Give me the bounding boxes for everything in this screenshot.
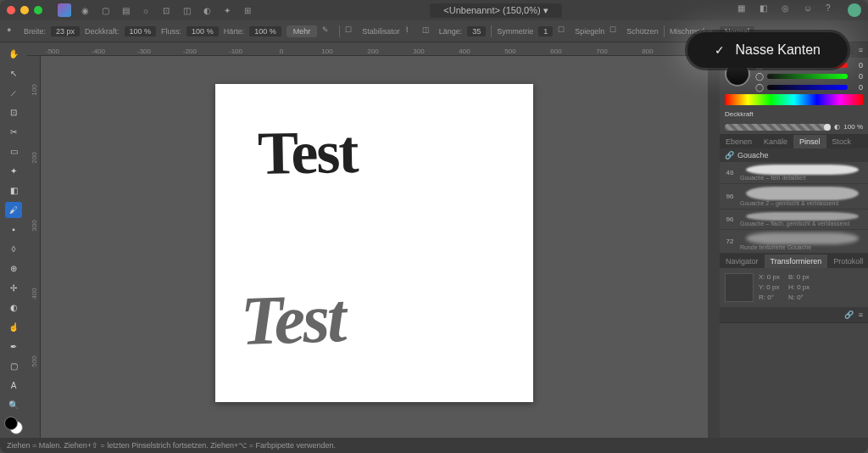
painted-text-2: Test — [239, 277, 345, 361]
minimize-window-icon[interactable] — [20, 6, 29, 14]
green-value[interactable]: 0 — [851, 72, 863, 81]
stabilizer-toggle-icon[interactable]: ☐ — [345, 25, 357, 37]
text-tool[interactable]: A — [5, 378, 22, 394]
h-value[interactable]: 0 px — [797, 283, 810, 291]
layers-icon[interactable]: ▤ — [119, 3, 132, 17]
help-icon[interactable]: ? — [826, 3, 839, 17]
fg-color-swatch[interactable] — [4, 417, 18, 430]
ruler-tick: 0 — [280, 48, 283, 55]
width-input[interactable]: 23 px — [51, 26, 80, 36]
anchor-selector[interactable] — [725, 273, 754, 302]
color-spectrum[interactable] — [725, 94, 863, 105]
tab-stock[interactable]: Stock — [826, 135, 858, 148]
symmetry-input[interactable]: 1 — [538, 26, 553, 36]
user-avatar[interactable] — [848, 3, 861, 17]
align-icon[interactable]: ◧ — [760, 3, 773, 17]
hardness-input[interactable]: 100 % — [249, 26, 281, 36]
document-title-dropdown[interactable]: <Unbenannt> (150,0%) ▾ — [430, 3, 561, 18]
link-icon: 🔗 — [725, 151, 734, 159]
select-icon[interactable]: ◫ — [180, 3, 193, 17]
canvas-viewport[interactable]: Test Test — [41, 56, 708, 438]
opacity-input[interactable]: 100 % — [125, 26, 157, 36]
w-value[interactable]: 0 px — [797, 273, 810, 281]
account-icon[interactable]: ☺ — [804, 3, 817, 17]
pixel-tool[interactable]: ▪ — [5, 221, 22, 238]
x-value[interactable]: 0 px — [767, 273, 780, 281]
grid-icon[interactable]: ⊞ — [241, 3, 254, 17]
brush-preview-icon[interactable]: ● — [7, 25, 19, 37]
length-input[interactable]: 35 — [467, 26, 486, 36]
panel-menu-icon[interactable]: ≡ — [859, 46, 863, 54]
clone-tool[interactable]: ⊕ — [5, 260, 22, 277]
titlebar: ◉ ▢ ▤ ☼ ⊡ ◫ ◐ ✦ ⊞ <Unbenannt> (150,0%) ▾… — [0, 0, 868, 20]
r-value[interactable]: 0° — [767, 294, 774, 301]
paint-brush-tool[interactable]: 🖌 — [5, 202, 22, 218]
color-picker-tool[interactable]: ⟋ — [5, 85, 22, 101]
file-icon[interactable]: ▢ — [98, 3, 112, 17]
marquee-tool[interactable]: ▭ — [5, 143, 22, 159]
tab-transform[interactable]: Transformieren — [765, 254, 828, 268]
opacity-slider[interactable] — [725, 124, 831, 131]
tab-channels[interactable]: Kanäle — [758, 135, 793, 148]
erase-tool[interactable]: ◊ — [5, 241, 22, 257]
tab-history[interactable]: Protokoll — [827, 254, 868, 268]
brush-item[interactable]: 96 Gouache 2 – gemischt & verblassend — [720, 184, 868, 210]
persona-icon[interactable]: ◉ — [78, 3, 92, 17]
brush-item[interactable]: 72 Runde texturierte Gouache — [720, 230, 868, 254]
ruler-tick: 500 — [504, 48, 515, 55]
window-mode-icon[interactable]: ◫ — [422, 25, 434, 37]
pen-tool[interactable]: ✒ — [5, 338, 22, 355]
crop-tool[interactable]: ⊡ — [5, 104, 22, 120]
selection-brush-tool[interactable]: ✂ — [5, 124, 22, 140]
maximize-window-icon[interactable] — [34, 6, 42, 14]
opacity-value[interactable]: 100 % — [843, 123, 863, 131]
crop-icon[interactable]: ⊡ — [159, 3, 173, 17]
chevron-down-icon: ▾ — [543, 5, 548, 15]
flow-input[interactable]: 100 % — [186, 26, 219, 36]
length-label: Länge: — [439, 27, 463, 36]
protect-toggle-icon[interactable]: ☐ — [609, 25, 621, 37]
adjust-icon[interactable]: ☼ — [139, 3, 153, 17]
close-window-icon[interactable] — [7, 6, 15, 14]
fx-icon[interactable]: ✦ — [220, 3, 234, 17]
brush-item[interactable]: 96 Gouache – flach, gemischt & verblasse… — [720, 210, 868, 230]
flood-select-tool[interactable]: ✦ — [5, 163, 22, 179]
brush-preview — [740, 165, 865, 175]
app-icon[interactable] — [58, 3, 71, 17]
color-swatches[interactable] — [4, 417, 23, 434]
statusbar-text: Ziehen = Malen. Ziehen+⇧ = letzten Pinse… — [7, 441, 336, 450]
noise-icon[interactable]: ◐ — [834, 123, 840, 131]
hand-tool[interactable]: ✋ — [5, 46, 22, 62]
move-tool[interactable]: ↖ — [5, 65, 22, 81]
smudge-tool[interactable]: ☝ — [5, 319, 22, 335]
blue-slider[interactable] — [767, 85, 848, 90]
tab-layers[interactable]: Ebenen — [720, 135, 758, 148]
wet-edges-label: Nasse Kanten — [735, 42, 821, 58]
mirror-toggle-icon[interactable]: ☐ — [558, 25, 570, 37]
zoom-tool[interactable]: 🔍 — [5, 397, 22, 413]
wet-edges-option[interactable]: ✓ Nasse Kanten — [687, 32, 848, 68]
document-title: <Unbenannt> (150,0%) ▾ — [259, 3, 732, 18]
more-button[interactable]: Mehr — [287, 25, 318, 37]
tab-navigator[interactable]: Navigator — [720, 254, 765, 268]
blue-value[interactable]: 0 — [851, 83, 863, 92]
canvas[interactable]: Test Test — [215, 84, 533, 402]
brush-category[interactable]: 🔗 Gouache — [720, 148, 868, 162]
gradient-tool[interactable]: ◧ — [5, 182, 22, 199]
dodge-tool[interactable]: ◐ — [5, 299, 22, 316]
y-value[interactable]: 0 px — [766, 283, 779, 291]
tab-brushes[interactable]: Pinsel — [793, 135, 826, 148]
snapping-icon[interactable]: ▦ — [737, 3, 751, 17]
panel-menu-icon[interactable]: ≡ — [859, 310, 863, 319]
n-value[interactable]: 0° — [797, 294, 804, 301]
pressure-icon[interactable]: ✎ — [322, 25, 334, 37]
green-slider[interactable] — [767, 74, 848, 79]
red-value[interactable]: 0 — [851, 61, 863, 70]
mask-icon[interactable]: ◐ — [200, 3, 214, 17]
assistant-icon[interactable]: ◎ — [782, 3, 795, 17]
brush-item[interactable]: 48 Gouache – fein detailliert — [720, 162, 868, 184]
inpainting-tool[interactable]: ✢ — [5, 280, 22, 296]
shape-tool[interactable]: ▢ — [5, 358, 22, 374]
link-dims-icon[interactable]: 🔗 — [844, 310, 854, 319]
rope-icon[interactable]: ⌇ — [405, 25, 417, 37]
